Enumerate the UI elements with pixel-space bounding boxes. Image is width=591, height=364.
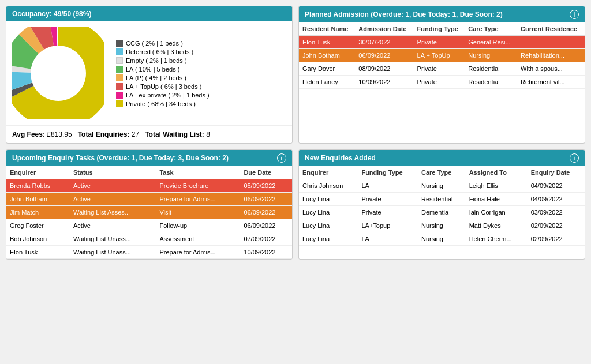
table-row[interactable]: Gary Dover08/09/2022PrivateResidentialWi… — [299, 62, 585, 76]
new-enquiries-body: Enquirer Funding Type Care Type Assigned… — [299, 166, 585, 246]
legend-label-ccg: CCG ( 2% | 1 beds ) — [126, 40, 183, 47]
legend-label-empty: Empty ( 2% | 1 beds ) — [126, 57, 187, 64]
planned-admission-header: Planned Admission (Overdue: 1, Due Today… — [299, 6, 585, 22]
occupancy-panel: Occupancy: 49/50 (98%) — [6, 6, 293, 144]
planned-admission-panel: Planned Admission (Overdue: 1, Due Today… — [298, 6, 585, 144]
new-enquiries-header-row: Enquirer Funding Type Care Type Assigned… — [299, 166, 585, 179]
col-due-date: Due Date — [240, 166, 292, 179]
occupancy-content: CCG ( 2% | 1 beds ) Deferred ( 6% | 3 be… — [6, 21, 292, 125]
legend-empty: Empty ( 2% | 1 beds ) — [116, 57, 210, 64]
upcoming-enquiry-body: Enquirer Status Task Due Date Brenda Rob… — [6, 166, 292, 259]
planned-admission-info-icon[interactable]: i — [570, 10, 579, 19]
legend-la-ex: LA - ex private ( 2% | 1 beds ) — [116, 92, 210, 99]
total-enquiries-value: 27 — [132, 130, 139, 138]
legend-la-p: LA (P) ( 4% | 2 beds ) — [116, 74, 210, 81]
table-row[interactable]: Helen Laney10/09/2022PrivateResidentialR… — [299, 76, 585, 89]
legend-label-deferred: Deferred ( 6% | 3 beds ) — [126, 48, 193, 55]
table-row[interactable]: John BothamActivePrepare for Admis...06/… — [6, 193, 292, 206]
table-row[interactable]: John Botham06/09/2022LA + TopUpNursingRe… — [299, 49, 585, 62]
upcoming-enquiry-info-icon[interactable]: i — [277, 153, 286, 163]
total-waiting-label: Total Waiting List: — [145, 130, 204, 138]
new-enquiries-title: New Enquiries Added — [305, 154, 376, 162]
table-row[interactable]: Lucy LinaPrivateDementiaIain Corrigan03/… — [299, 206, 585, 219]
table-row[interactable]: Greg FosterActiveFollow-up06/09/2022 — [6, 219, 292, 232]
legend-deferred: Deferred ( 6% | 3 beds ) — [116, 48, 210, 55]
legend-label-private: Private ( 68% | 34 beds ) — [126, 100, 196, 107]
col-current-residence: Current Residence — [517, 22, 585, 36]
col-status: Status — [70, 166, 156, 179]
upcoming-enquiry-table: Enquirer Status Task Due Date Brenda Rob… — [6, 166, 292, 259]
upcoming-enquiry-header: Upcoming Enquiry Tasks (Overdue: 1, Due … — [6, 150, 292, 166]
legend-label-la-p: LA (P) ( 4% | 2 beds ) — [126, 74, 186, 81]
pie-svg — [12, 27, 104, 119]
occupancy-header: Occupancy: 49/50 (98%) — [6, 6, 292, 21]
table-row[interactable]: Elon TuskWaiting List Unass...Prepare fo… — [6, 246, 292, 259]
upcoming-enquiry-panel: Upcoming Enquiry Tasks (Overdue: 1, Due … — [6, 149, 293, 260]
legend-private: Private ( 68% | 34 beds ) — [116, 100, 210, 107]
new-enquiries-panel: New Enquiries Added i Enquirer Funding T… — [298, 149, 585, 260]
legend-color-la-ex — [116, 92, 123, 99]
col-ne-funding: Funding Type — [358, 166, 418, 179]
table-row[interactable]: Lucy LinaLANursingHelen Cherm...02/09/20… — [299, 232, 585, 246]
planned-admission-header-row: Resident Name Admission Date Funding Typ… — [299, 22, 585, 36]
table-row[interactable]: Jim MatchWaiting List Asses...Visit06/09… — [6, 206, 292, 219]
legend-color-private — [116, 100, 123, 107]
table-row[interactable]: Lucy LinaLA+TopupNursingMatt Dykes02/09/… — [299, 219, 585, 232]
total-waiting-value: 8 — [206, 130, 210, 138]
planned-admission-title: Planned Admission (Overdue: 1, Due Today… — [305, 10, 503, 18]
legend-ccg: CCG ( 2% | 1 beds ) — [116, 40, 210, 47]
col-admission-date: Admission Date — [355, 22, 413, 36]
col-care-type: Care Type — [465, 22, 517, 36]
planned-admission-body: Resident Name Admission Date Funding Typ… — [299, 22, 585, 89]
legend-color-la — [116, 66, 123, 73]
legend-color-deferred — [116, 48, 123, 55]
avg-fees-label: Avg Fees: — [12, 130, 45, 138]
pie-chart — [12, 27, 104, 119]
table-row[interactable]: Lucy LinaPrivateResidentialFiona Hale04/… — [299, 193, 585, 206]
col-enquirer: Enquirer — [6, 166, 70, 179]
table-row[interactable]: Elon Tusk30/07/2022PrivateGeneral Resi..… — [299, 36, 585, 49]
col-ne-care: Care Type — [418, 166, 466, 179]
upcoming-enquiry-title: Upcoming Enquiry Tasks (Overdue: 1, Due … — [12, 154, 229, 162]
legend-la: LA ( 10% | 5 beds ) — [116, 66, 210, 73]
legend-label-la-topup: LA + TopUp ( 6% | 3 beds ) — [126, 83, 201, 90]
legend-label-la-ex: LA - ex private ( 2% | 1 beds ) — [126, 92, 210, 99]
new-enquiries-table: Enquirer Funding Type Care Type Assigned… — [299, 166, 585, 246]
planned-admission-table: Resident Name Admission Date Funding Typ… — [299, 22, 585, 89]
avg-fees-bar: Avg Fees: £813.95 Total Enquiries: 27 To… — [6, 125, 292, 143]
col-task: Task — [156, 166, 240, 179]
table-row[interactable]: Bob JohnsonWaiting List Unass...Assessme… — [6, 232, 292, 246]
legend-color-la-p — [116, 74, 123, 81]
occupancy-title: Occupancy: 49/50 (98%) — [12, 10, 91, 18]
col-ne-enquirer: Enquirer — [299, 166, 358, 179]
upcoming-enquiry-header-row: Enquirer Status Task Due Date — [6, 166, 292, 179]
legend-color-ccg — [116, 40, 123, 47]
col-funding-type: Funding Type — [414, 22, 465, 36]
avg-fees-value: £813.95 — [47, 130, 72, 138]
pie-legend: CCG ( 2% | 1 beds ) Deferred ( 6% | 3 be… — [116, 40, 210, 107]
dashboard: Occupancy: 49/50 (98%) — [6, 6, 585, 260]
col-ne-date: Enquiry Date — [528, 166, 585, 179]
total-enquiries-label: Total Enquiries: — [78, 130, 130, 138]
col-resident-name: Resident Name — [299, 22, 355, 36]
legend-color-la-topup — [116, 83, 123, 90]
col-ne-assigned: Assigned To — [466, 166, 528, 179]
legend-label-la: LA ( 10% | 5 beds ) — [126, 66, 179, 73]
table-row[interactable]: Chris JohnsonLANursingLeigh Ellis04/09/2… — [299, 179, 585, 193]
new-enquiries-info-icon[interactable]: i — [570, 153, 579, 163]
legend-la-topup: LA + TopUp ( 6% | 3 beds ) — [116, 83, 210, 90]
new-enquiries-header: New Enquiries Added i — [299, 150, 585, 166]
legend-color-empty — [116, 57, 123, 64]
svg-point-8 — [31, 46, 86, 101]
table-row[interactable]: Brenda RobbsActiveProvide Brochure05/09/… — [6, 179, 292, 193]
